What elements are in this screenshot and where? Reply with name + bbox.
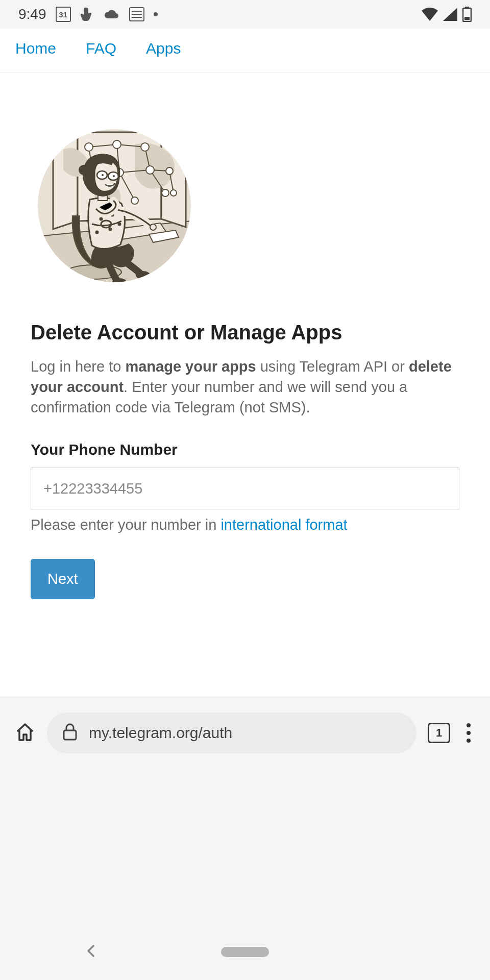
nav-apps[interactable]: Apps xyxy=(146,40,181,57)
svg-point-17 xyxy=(85,143,93,151)
svg-point-42 xyxy=(102,174,104,176)
svg-point-29 xyxy=(136,271,150,279)
desc-bold-manage: manage your apps xyxy=(125,358,256,375)
system-navigation xyxy=(0,924,490,980)
wifi-icon xyxy=(422,8,438,21)
nav-faq[interactable]: FAQ xyxy=(86,40,116,57)
svg-point-22 xyxy=(146,166,154,174)
international-format-link[interactable]: international format xyxy=(220,517,347,533)
cloud-icon xyxy=(103,8,120,20)
phone-number-input[interactable] xyxy=(31,468,459,509)
tab-count-button[interactable]: 1 xyxy=(428,723,450,743)
help-text-pre: Please enter your number in xyxy=(31,517,220,533)
main-content: Delete Account or Manage Apps Log in her… xyxy=(0,73,490,620)
svg-rect-45 xyxy=(64,730,76,740)
lock-icon xyxy=(62,723,78,743)
svg-point-18 xyxy=(113,140,121,149)
svg-point-25 xyxy=(131,197,138,204)
system-back-icon[interactable] xyxy=(84,944,98,960)
svg-point-44 xyxy=(79,165,89,175)
svg-point-31 xyxy=(100,217,103,221)
nav-home[interactable]: Home xyxy=(15,40,56,57)
svg-rect-1 xyxy=(465,7,469,8)
hero-illustration xyxy=(31,119,459,282)
notification-dot-icon xyxy=(154,12,158,16)
svg-point-27 xyxy=(170,190,177,196)
browser-home-icon[interactable] xyxy=(14,721,36,745)
status-time: 9:49 xyxy=(18,6,46,22)
page-description: Log in here to manage your apps using Te… xyxy=(31,356,459,418)
status-bar: 9:49 31 xyxy=(0,0,490,29)
cellular-icon xyxy=(443,8,457,21)
svg-point-37 xyxy=(150,224,156,230)
svg-point-43 xyxy=(113,175,115,177)
url-bar[interactable]: my.telegram.org/auth xyxy=(47,713,416,753)
browser-menu-icon[interactable] xyxy=(461,723,476,743)
calendar-icon: 31 xyxy=(56,7,71,22)
svg-point-34 xyxy=(109,228,112,231)
phone-number-label: Your Phone Number xyxy=(31,441,459,458)
system-home-pill[interactable] xyxy=(221,947,269,957)
url-text: my.telegram.org/auth xyxy=(89,724,232,742)
svg-point-26 xyxy=(162,189,169,197)
site-nav: Home FAQ Apps xyxy=(0,29,490,73)
svg-point-19 xyxy=(141,143,149,151)
phone-help-text: Please enter your number in internationa… xyxy=(31,517,459,533)
status-left: 9:49 31 xyxy=(18,6,158,22)
next-button[interactable]: Next xyxy=(31,559,95,599)
page-title: Delete Account or Manage Apps xyxy=(31,321,459,344)
browser-toolbar: my.telegram.org/auth 1 xyxy=(0,697,490,769)
svg-point-23 xyxy=(166,167,173,175)
desc-text: using Telegram API or xyxy=(256,358,409,375)
battery-icon xyxy=(462,7,472,22)
svg-rect-2 xyxy=(464,17,470,20)
status-right xyxy=(422,7,472,22)
svg-line-41 xyxy=(107,175,108,176)
desc-text: Log in here to xyxy=(31,358,125,375)
svg-point-33 xyxy=(95,231,99,234)
web-page: Home FAQ Apps xyxy=(0,29,490,697)
touch-icon xyxy=(80,7,93,22)
news-icon xyxy=(129,7,144,21)
